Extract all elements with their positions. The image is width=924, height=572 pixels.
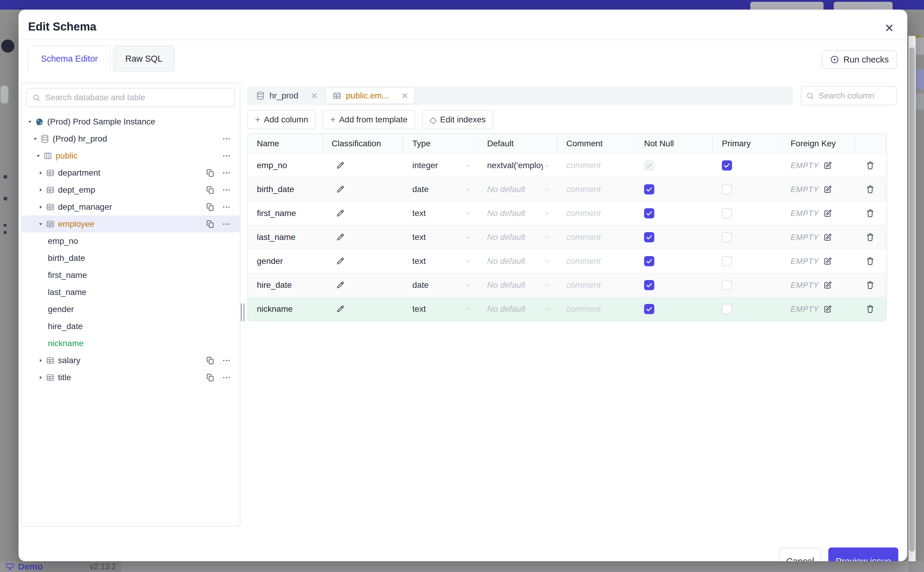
comment-input[interactable]: comment — [566, 185, 601, 194]
more-options-icon[interactable] — [222, 219, 231, 228]
checkbox-checked[interactable] — [644, 160, 654, 171]
tree-item-dept-emp[interactable]: dept_emp — [22, 181, 240, 198]
tree-item-dept-manager[interactable]: dept_manager — [22, 198, 240, 215]
checkbox-unchecked[interactable] — [722, 184, 732, 194]
tree-item-employee[interactable]: employee — [22, 215, 240, 232]
delete-column-icon[interactable] — [865, 256, 875, 266]
panel-resize-handle[interactable] — [240, 294, 245, 330]
caret-down-icon[interactable] — [32, 135, 39, 142]
edit-classification-icon[interactable] — [336, 305, 345, 314]
caret-down-icon[interactable] — [37, 221, 44, 227]
comment-input[interactable]: comment — [566, 280, 601, 290]
close-icon[interactable]: ✕ — [311, 91, 318, 101]
delete-column-icon[interactable] — [865, 161, 875, 170]
chevron-down-icon[interactable] — [543, 257, 551, 265]
caret-down-icon[interactable] — [35, 152, 42, 159]
tree-item-department[interactable]: department — [22, 164, 240, 181]
default-select[interactable]: No default — [487, 280, 526, 290]
tree-item-title[interactable]: title — [22, 369, 240, 386]
tree-search-box[interactable] — [26, 88, 235, 107]
column-name-field[interactable]: hire_date — [257, 280, 292, 290]
comment-input[interactable]: comment — [566, 232, 601, 242]
copy-icon[interactable] — [206, 356, 215, 365]
default-select[interactable]: No default — [487, 208, 526, 218]
default-select[interactable]: No default — [487, 185, 526, 194]
edit-foreign-key-icon[interactable] — [823, 257, 832, 266]
checkbox-checked[interactable] — [644, 280, 654, 290]
checkbox-checked[interactable] — [722, 160, 732, 171]
edit-classification-icon[interactable] — [336, 161, 345, 170]
checkbox-checked[interactable] — [644, 232, 654, 242]
comment-input[interactable]: comment — [566, 208, 601, 218]
tab-schema-editor[interactable]: Schema Editor — [28, 45, 111, 72]
add-column-button[interactable]: +Add column — [247, 110, 316, 129]
column-name-field[interactable]: gender — [257, 256, 283, 266]
more-options-icon[interactable] — [222, 202, 231, 211]
tree-item-last-name[interactable]: last_name — [22, 284, 240, 301]
edit-classification-icon[interactable] — [336, 233, 345, 242]
more-options-icon[interactable] — [222, 168, 231, 177]
column-name-field[interactable]: emp_no — [257, 161, 287, 170]
edit-foreign-key-icon[interactable] — [823, 209, 832, 218]
chevron-down-icon[interactable] — [464, 305, 471, 313]
checkbox-checked[interactable] — [644, 256, 654, 266]
default-select[interactable]: No default — [487, 304, 526, 314]
edit-classification-icon[interactable] — [336, 185, 345, 194]
checkbox-unchecked[interactable] — [722, 304, 732, 314]
tree-item-public[interactable]: public — [22, 147, 240, 164]
column-name-field[interactable]: birth_date — [257, 185, 294, 194]
demo-link[interactable]: Demo — [5, 561, 43, 572]
edit-indexes-button[interactable]: ◇Edit indexes — [422, 110, 494, 129]
delete-column-icon[interactable] — [865, 232, 875, 242]
scrollbar-track[interactable] — [908, 36, 916, 561]
tree-item-gender[interactable]: gender — [22, 301, 240, 318]
type-select[interactable]: text — [412, 208, 426, 218]
tree-item-hire-date[interactable]: hire_date — [22, 318, 240, 335]
checkbox-checked[interactable] — [644, 184, 654, 194]
tree-item-salary[interactable]: salary — [22, 352, 240, 369]
scrollbar-thumb[interactable] — [909, 47, 915, 552]
copy-icon[interactable] — [206, 168, 215, 177]
close-icon[interactable]: ✕ — [401, 91, 408, 101]
close-icon[interactable]: ✕ — [882, 21, 896, 35]
column-name-field[interactable]: nickname — [257, 304, 293, 314]
type-select[interactable]: date — [412, 280, 429, 290]
chevron-down-icon[interactable] — [543, 185, 551, 193]
more-options-icon[interactable] — [222, 356, 231, 365]
tree-search-input[interactable] — [45, 92, 229, 103]
caret-right-icon[interactable] — [37, 169, 44, 176]
checkbox-checked[interactable] — [644, 208, 654, 218]
tree-item-nickname[interactable]: nickname — [22, 335, 240, 352]
checkbox-unchecked[interactable] — [722, 256, 732, 266]
chevron-down-icon[interactable] — [464, 257, 471, 265]
comment-input[interactable]: comment — [566, 256, 601, 266]
edit-foreign-key-icon[interactable] — [823, 233, 832, 242]
more-options-icon[interactable] — [222, 134, 231, 143]
column-name-field[interactable]: first_name — [257, 208, 296, 218]
type-select[interactable]: text — [412, 232, 426, 242]
comment-input[interactable]: comment — [566, 161, 601, 170]
default-select[interactable]: No default — [487, 256, 526, 266]
tree-item-birth-date[interactable]: birth_date — [22, 250, 240, 267]
chevron-down-icon[interactable] — [464, 233, 471, 241]
delete-column-icon[interactable] — [865, 208, 875, 218]
edit-classification-icon[interactable] — [336, 257, 345, 266]
preview-issue-button[interactable]: Preview issue — [828, 547, 898, 561]
chevron-down-icon[interactable] — [464, 162, 471, 169]
editor-tab-hr-prod[interactable]: hr_prod✕ — [250, 88, 324, 104]
copy-icon[interactable] — [206, 185, 215, 194]
more-options-icon[interactable] — [222, 373, 231, 382]
default-select[interactable]: No default — [487, 232, 526, 242]
chevron-down-icon[interactable] — [543, 162, 551, 169]
caret-right-icon[interactable] — [37, 357, 44, 364]
chevron-down-icon[interactable] — [543, 210, 551, 217]
delete-column-icon[interactable] — [865, 304, 875, 314]
edit-foreign-key-icon[interactable] — [823, 185, 832, 194]
edit-foreign-key-icon[interactable] — [823, 161, 832, 170]
chevron-down-icon[interactable] — [543, 281, 551, 289]
chevron-down-icon[interactable] — [464, 281, 471, 289]
copy-icon[interactable] — [206, 202, 215, 211]
caret-right-icon[interactable] — [37, 187, 44, 193]
type-select[interactable]: date — [412, 185, 429, 194]
comment-input[interactable]: comment — [566, 304, 601, 314]
